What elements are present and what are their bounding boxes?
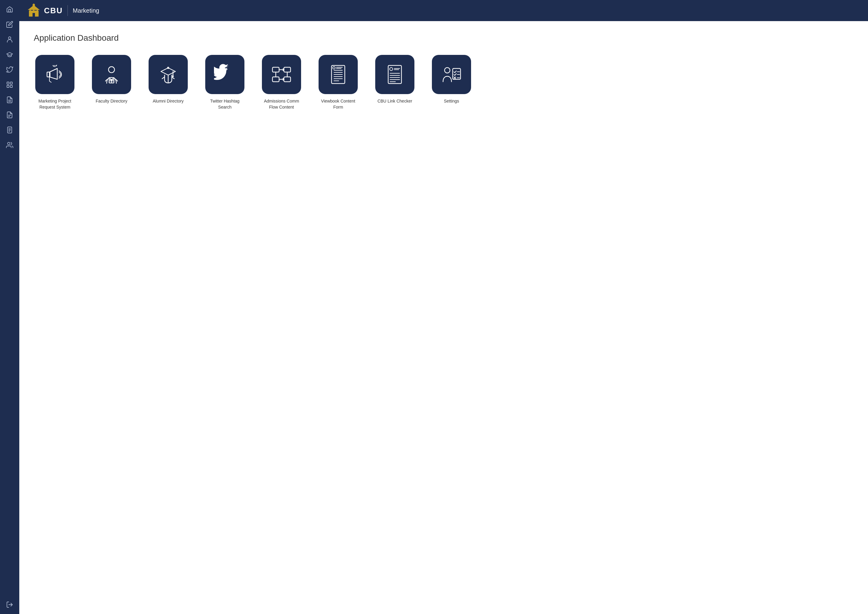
settings-user-checklist-icon: [441, 64, 462, 85]
svg-point-26: [108, 67, 115, 73]
app-item-cbu-link-checker[interactable]: CBU Link Checker: [374, 55, 416, 110]
app-icon-box-alumni-directory[interactable]: [149, 55, 188, 94]
svg-rect-1: [7, 82, 9, 84]
sidebar-item-doc1[interactable]: [3, 93, 17, 107]
app-label-marketing-project: Marketing ProjectRequest System: [39, 98, 71, 110]
sidebar-item-grid[interactable]: [3, 78, 17, 92]
app-label-viewbook: Viewbook ContentForm: [321, 98, 355, 110]
app-label-cbu-link-checker: CBU Link Checker: [377, 98, 412, 104]
svg-rect-4: [10, 85, 12, 87]
sidebar-item-twitter[interactable]: [3, 63, 17, 76]
twitter-icon-proper: [214, 64, 236, 85]
sidebar-item-graduate[interactable]: [3, 48, 17, 62]
svg-point-54: [390, 68, 393, 71]
app-icon-box-twitter-hashtag[interactable]: [205, 55, 245, 94]
app-item-twitter-hashtag[interactable]: Twitter HashtagSearch: [204, 55, 246, 110]
svg-point-21: [33, 4, 35, 7]
app-label-faculty-directory: Faculty Directory: [96, 98, 127, 104]
logo-text: CBU: [44, 6, 63, 16]
svg-point-0: [8, 37, 11, 39]
svg-rect-20: [33, 13, 35, 17]
header-section-title: Marketing: [73, 7, 99, 14]
sidebar-item-users[interactable]: [3, 138, 17, 152]
app-item-settings[interactable]: Settings: [430, 55, 473, 110]
page-title: Application Dashboard: [34, 33, 854, 43]
main-content: Application Dashboard Mark: [19, 21, 868, 614]
sidebar-item-doc2[interactable]: [3, 108, 17, 122]
faculty-proper-icon: [101, 64, 122, 85]
sidebar-item-user[interactable]: [3, 33, 17, 47]
svg-rect-37: [284, 67, 291, 72]
app-item-alumni-directory[interactable]: Alumni Directory: [147, 55, 189, 110]
main-container: CBU Marketing Application Dashboard: [19, 0, 868, 614]
cbu-logo-icon: [26, 3, 41, 18]
viewbook-proper-icon: [327, 64, 349, 85]
sidebar-item-home[interactable]: [3, 2, 17, 16]
svg-rect-36: [273, 77, 279, 82]
app-icon-box-marketing-project[interactable]: [35, 55, 74, 94]
svg-point-13: [8, 142, 10, 145]
svg-line-25: [53, 65, 54, 66]
app-icon-box-cbu-link-checker[interactable]: [375, 55, 414, 94]
app-item-admissions-comm[interactable]: Admissions CommFlow Content: [260, 55, 302, 110]
app-label-settings: Settings: [444, 98, 459, 104]
sidebar-item-edit[interactable]: [3, 17, 17, 31]
alumni-proper-icon: [157, 64, 179, 85]
flow-content-icon: [271, 64, 292, 85]
svg-line-24: [56, 65, 57, 66]
app-item-viewbook[interactable]: Viewbook ContentForm: [317, 55, 359, 110]
app-label-admissions-comm: Admissions CommFlow Content: [264, 98, 299, 110]
sidebar: [0, 0, 19, 614]
svg-rect-16: [29, 9, 31, 17]
sidebar-item-logout[interactable]: [3, 598, 17, 612]
app-grid: Marketing ProjectRequest System: [34, 55, 854, 110]
app-label-twitter-hashtag: Twitter HashtagSearch: [210, 98, 239, 110]
link-checker-proper-icon: [384, 64, 406, 85]
app-item-faculty-directory[interactable]: Faculty Directory: [90, 55, 133, 110]
svg-rect-3: [7, 85, 9, 87]
svg-rect-2: [10, 82, 12, 84]
app-icon-box-viewbook[interactable]: [319, 55, 358, 94]
app-icon-box-faculty-directory[interactable]: [92, 55, 131, 94]
app-item-marketing-project[interactable]: Marketing ProjectRequest System: [34, 55, 76, 110]
app-icon-box-admissions-comm[interactable]: [262, 55, 301, 94]
svg-point-50: [333, 67, 335, 69]
app-header: CBU Marketing: [19, 0, 868, 21]
app-icon-box-settings[interactable]: [432, 55, 471, 94]
logo-wrapper: CBU: [26, 3, 63, 18]
megaphone-proper-icon: [44, 64, 66, 85]
svg-rect-18: [37, 9, 38, 17]
svg-point-62: [445, 68, 450, 73]
svg-rect-35: [273, 67, 279, 72]
app-label-alumni-directory: Alumni Directory: [153, 98, 184, 104]
svg-rect-38: [284, 77, 291, 82]
svg-point-33: [172, 76, 174, 77]
sidebar-item-doc3[interactable]: [3, 123, 17, 137]
